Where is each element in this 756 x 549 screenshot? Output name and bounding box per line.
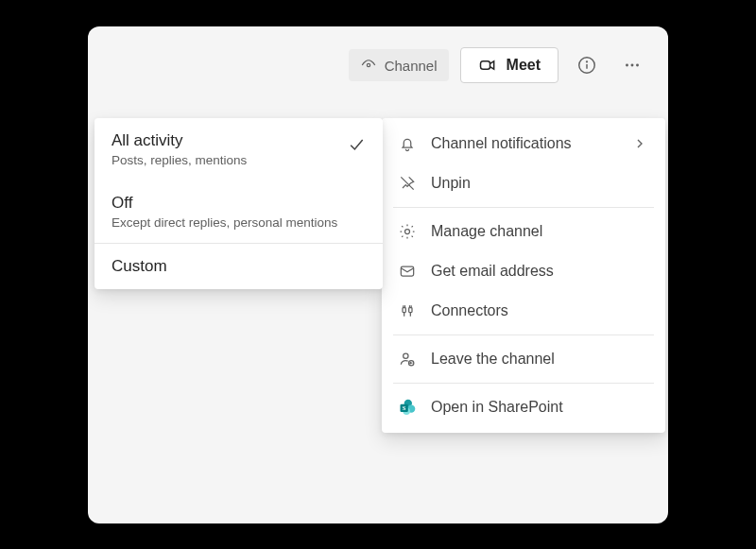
- svg-rect-11: [403, 308, 405, 313]
- menu-item-connectors[interactable]: Connectors: [382, 291, 665, 331]
- meet-button[interactable]: Meet: [460, 47, 558, 83]
- bell-icon: [397, 133, 418, 154]
- submenu-item-off[interactable]: Off Except direct replies, personal ment…: [94, 180, 383, 243]
- menu-separator: [393, 207, 654, 208]
- menu-item-manage-channel[interactable]: Manage channel: [382, 212, 665, 251]
- menu-item-open-sharepoint[interactable]: S Open in SharePoint: [382, 387, 665, 427]
- more-options-button[interactable]: [615, 48, 649, 82]
- check-icon: [347, 135, 366, 154]
- info-button[interactable]: [570, 48, 604, 82]
- submenu-item-subtitle: Except direct replies, personal mentions: [112, 215, 366, 230]
- app-window: Channel Meet: [88, 26, 668, 523]
- channel-context-menu: Channel notifications Unpin: [382, 118, 665, 433]
- channel-toolbar: Channel Meet: [349, 47, 649, 83]
- channel-visibility-pill[interactable]: Channel: [349, 49, 449, 81]
- eye-icon: [360, 57, 377, 74]
- svg-point-6: [631, 64, 634, 67]
- chevron-right-icon: [629, 133, 650, 154]
- menu-item-unpin[interactable]: Unpin: [382, 163, 665, 203]
- menu-item-label: Get email address: [431, 263, 650, 280]
- menu-item-label: Unpin: [431, 175, 650, 192]
- svg-point-7: [636, 64, 639, 67]
- svg-point-19: [404, 353, 408, 358]
- sharepoint-icon: S: [397, 397, 418, 418]
- svg-rect-10: [401, 266, 413, 276]
- menu-item-leave-channel[interactable]: Leave the channel: [382, 339, 665, 379]
- submenu-item-all-activity[interactable]: All activity Posts, replies, mentions: [94, 118, 383, 180]
- unpin-icon: [397, 173, 418, 194]
- svg-rect-12: [409, 308, 412, 313]
- svg-point-0: [367, 63, 369, 66]
- menu-item-label: Manage channel: [431, 223, 650, 240]
- svg-text:S: S: [403, 404, 406, 411]
- svg-rect-1: [480, 61, 490, 69]
- menu-separator: [393, 335, 654, 335]
- submenu-item-title: Off: [112, 194, 366, 213]
- meet-button-label: Meet: [507, 57, 541, 74]
- menu-item-label: Connectors: [431, 302, 650, 319]
- submenu-item-custom[interactable]: Custom: [94, 244, 383, 289]
- info-icon: [576, 55, 597, 76]
- svg-point-4: [587, 61, 588, 62]
- video-camera-icon: [478, 56, 497, 75]
- menu-item-label: Open in SharePoint: [431, 399, 650, 416]
- leave-icon: [397, 349, 418, 369]
- channel-visibility-label: Channel: [385, 58, 438, 74]
- more-horizontal-icon: [622, 55, 643, 76]
- submenu-item-title: Custom: [112, 257, 366, 276]
- menu-separator: [393, 383, 654, 384]
- channel-notifications-submenu: All activity Posts, replies, mentions Of…: [94, 118, 383, 289]
- mail-icon: [397, 261, 418, 282]
- svg-point-5: [626, 64, 628, 67]
- svg-point-9: [405, 230, 410, 234]
- gear-icon: [397, 221, 418, 242]
- connectors-icon: [397, 300, 418, 321]
- submenu-item-title: All activity: [112, 131, 366, 150]
- menu-item-label: Channel notifications: [431, 135, 616, 152]
- menu-item-label: Leave the channel: [431, 351, 650, 368]
- submenu-item-subtitle: Posts, replies, mentions: [112, 153, 366, 167]
- menu-item-get-email[interactable]: Get email address: [382, 251, 665, 291]
- menu-item-channel-notifications[interactable]: Channel notifications: [382, 124, 665, 163]
